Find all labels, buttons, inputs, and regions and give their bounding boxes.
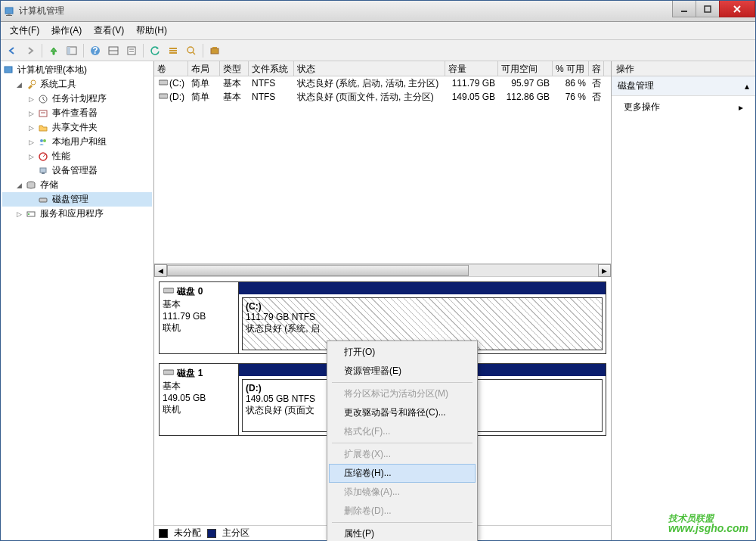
collapse-icon: ▴ — [745, 81, 749, 92]
back-button[interactable] — [4, 42, 20, 59]
partition-header-bar — [239, 282, 606, 294]
svg-rect-4 — [705, 6, 711, 12]
scroll-right-button[interactable]: ▶ — [598, 264, 611, 277]
show-hide-tree-button[interactable] — [64, 42, 80, 59]
event-icon — [37, 107, 49, 120]
storage-icon — [25, 179, 37, 191]
cm-format: 格式化(F)... — [329, 422, 476, 441]
expander-icon[interactable]: ▷ — [14, 210, 23, 219]
svg-text:?: ? — [92, 45, 98, 56]
drive-icon — [157, 79, 169, 86]
tree-device-manager[interactable]: ▷ 设备管理器 — [2, 163, 152, 178]
legend-primary-color — [207, 529, 216, 538]
cm-explorer[interactable]: 资源管理器(E) — [329, 362, 476, 381]
cm-open[interactable]: 打开(O) — [329, 343, 476, 362]
minimize-button[interactable] — [672, 1, 696, 17]
forward-button[interactable] — [22, 42, 39, 59]
col-tolerance[interactable]: 容 — [589, 61, 604, 76]
list-button[interactable] — [165, 42, 181, 59]
context-menu: 打开(O) 资源管理器(E) 将分区标记为活动分区(M) 更改驱动器号和路径(C… — [327, 340, 478, 541]
cm-extend: 扩展卷(X)... — [329, 445, 476, 464]
menu-action[interactable]: 操作(A) — [45, 23, 88, 39]
tree-root[interactable]: 计算机管理(本地) — [2, 63, 152, 77]
tree-disk-mgmt[interactable]: ▷ 磁盘管理 — [2, 192, 152, 207]
col-capacity[interactable]: 容量 — [445, 61, 498, 76]
svg-rect-11 — [128, 47, 135, 54]
disk-info[interactable]: 磁盘 1 基本 149.05 GB 联机 — [159, 363, 239, 436]
tree-event-viewer[interactable]: ▷ 事件查看器 — [2, 106, 152, 120]
menu-help[interactable]: 帮助(H) — [130, 23, 173, 39]
expander-icon[interactable]: ▷ — [26, 138, 36, 147]
svg-rect-6 — [67, 47, 70, 54]
col-volume[interactable]: 卷 — [154, 61, 188, 76]
disk-info[interactable]: 磁盘 0 基本 111.79 GB 联机 — [159, 281, 239, 354]
properties-button[interactable] — [123, 42, 140, 59]
refresh-button[interactable] — [147, 42, 163, 59]
volume-row[interactable]: (D:) 简单 基本 NTFS 状态良好 (页面文件, 活动, 主分区) 149… — [154, 90, 611, 104]
computer-icon — [2, 64, 14, 76]
settings-button[interactable] — [206, 42, 223, 59]
tree-performance[interactable]: ▷ 性能 — [2, 149, 152, 163]
cm-delete: 删除卷(D)... — [329, 502, 476, 521]
disk-icon — [37, 194, 49, 206]
tree-storage[interactable]: ◢ 存储 — [2, 178, 152, 192]
tree-task-scheduler[interactable]: ▷ 任务计划程序 — [2, 92, 152, 106]
volume-row[interactable]: (C:) 简单 基本 NTFS 状态良好 (系统, 启动, 活动, 主分区) 1… — [154, 76, 611, 90]
col-type[interactable]: 类型 — [220, 61, 249, 76]
svg-rect-2 — [6, 15, 12, 16]
horizontal-scrollbar[interactable]: ◀ ▶ — [154, 263, 611, 277]
scroll-left-button[interactable]: ◀ — [154, 264, 167, 277]
app-icon — [4, 5, 16, 17]
tree-local-users[interactable]: ▷ 本地用户和组 — [2, 135, 152, 149]
expander-icon[interactable]: ◢ — [14, 181, 23, 190]
cm-change-letter[interactable]: 更改驱动器号和路径(C)... — [329, 403, 476, 422]
performance-icon — [37, 151, 49, 163]
help-button[interactable]: ? — [87, 42, 104, 59]
col-status[interactable]: 状态 — [294, 61, 445, 76]
clock-icon — [37, 93, 49, 105]
svg-point-34 — [28, 213, 29, 215]
drive-icon — [157, 92, 169, 100]
cm-shrink[interactable]: 压缩卷(H)... — [329, 464, 476, 483]
col-fs[interactable]: 文件系统 — [249, 61, 294, 76]
cm-properties[interactable]: 属性(P) — [329, 524, 476, 541]
svg-point-17 — [187, 47, 194, 53]
close-button[interactable] — [719, 1, 755, 17]
layout-button[interactable] — [105, 42, 122, 59]
expander-icon[interactable]: ▷ — [26, 95, 36, 104]
window-title: 计算机管理 — [19, 5, 64, 17]
svg-rect-32 — [39, 198, 47, 202]
tools-icon — [25, 79, 37, 91]
expander-icon[interactable]: ▷ — [26, 109, 36, 118]
svg-rect-16 — [169, 52, 177, 54]
tree-panel[interactable]: 计算机管理(本地) ◢ 系统工具 ▷ 任务计划程序 ▷ 事件查看器 ▷ 共享文件… — [1, 61, 154, 540]
svg-rect-20 — [212, 47, 217, 48]
tree-services[interactable]: ▷ 服务和应用程序 — [2, 207, 152, 221]
titlebar: 计算机管理 — [1, 1, 755, 22]
svg-rect-19 — [211, 48, 218, 54]
action-more[interactable]: 更多操作 ▸ — [612, 96, 755, 118]
svg-rect-1 — [8, 14, 11, 15]
up-button[interactable] — [45, 42, 62, 59]
menu-view[interactable]: 查看(V) — [88, 23, 130, 39]
menu-file[interactable]: 文件(F) — [4, 23, 45, 39]
menubar: 文件(F) 操作(A) 查看(V) 帮助(H) — [1, 22, 755, 40]
tree-system-tools[interactable]: ◢ 系统工具 — [2, 77, 152, 92]
svg-rect-3 — [681, 11, 687, 12]
expander-icon[interactable]: ▷ — [26, 152, 36, 161]
svg-line-18 — [193, 52, 195, 54]
svg-rect-30 — [42, 173, 45, 174]
col-free[interactable]: 可用空间 — [498, 61, 553, 76]
svg-point-26 — [40, 139, 43, 142]
col-percent[interactable]: % 可用 — [553, 61, 589, 76]
volume-list[interactable]: 卷 布局 类型 文件系统 状态 容量 可用空间 % 可用 容 (C:) 简单 基… — [154, 61, 611, 277]
actions-header: 操作 — [612, 61, 755, 76]
expander-icon[interactable]: ◢ — [14, 80, 23, 89]
maximize-button[interactable] — [696, 1, 720, 17]
col-layout[interactable]: 布局 — [188, 61, 220, 76]
svg-rect-36 — [159, 94, 168, 98]
rescan-button[interactable] — [183, 42, 200, 59]
expander-icon[interactable]: ▷ — [26, 123, 36, 132]
tree-shared-folders[interactable]: ▷ 共享文件夹 — [2, 120, 152, 135]
action-section-title[interactable]: 磁盘管理 ▴ — [612, 76, 755, 96]
